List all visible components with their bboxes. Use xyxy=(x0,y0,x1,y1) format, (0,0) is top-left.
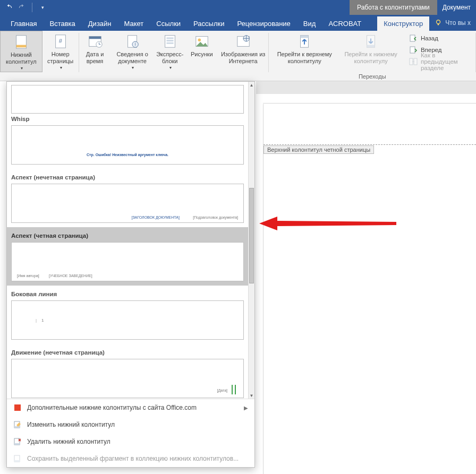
document-title: Документ xyxy=(437,0,476,15)
svg-rect-25 xyxy=(410,47,415,53)
edit-footer-button[interactable]: Изменить нижний колонтитул xyxy=(7,416,254,433)
gallery-preview-text: [УЧЕБНОЕ ЗАВЕДЕНИЕ] xyxy=(49,274,92,278)
redo-icon[interactable] xyxy=(17,3,27,12)
svg-text:#: # xyxy=(59,38,63,44)
previous-label: Назад xyxy=(421,35,438,41)
navigation-group-label: Переходы xyxy=(269,73,475,80)
tab-references[interactable]: Ссылки xyxy=(150,16,187,31)
svg-rect-34 xyxy=(14,460,20,462)
svg-text:i: i xyxy=(135,41,136,47)
more-from-office-button[interactable]: Дополнительные нижние колонтитулы с сайт… xyxy=(7,399,254,416)
tell-me-label: Что вы х xyxy=(445,19,471,27)
gallery-item-aspect-odd[interactable]: Аспект (нечетная страница) [ЗАГОЛОВОК ДО… xyxy=(7,169,248,227)
next-icon xyxy=(409,46,418,54)
gallery-footer: Дополнительные нижние колонтитулы с сайт… xyxy=(7,399,254,467)
edit-footer-icon xyxy=(13,420,22,429)
chevron-right-icon: ▶ xyxy=(244,405,248,411)
blocks-icon xyxy=(162,33,178,50)
gallery-item-label: Аспект (четная страница) xyxy=(11,232,244,239)
gallery-item-aspect-even[interactable]: Аспект (четная страница) [Имя автора] [У… xyxy=(7,227,248,286)
scroll-up-icon[interactable]: ▲ xyxy=(249,82,254,88)
page-number-button[interactable]: # Номер страницы▾ xyxy=(42,31,79,72)
remove-footer-label: Удалить нижний колонтитул xyxy=(27,438,110,445)
tab-view[interactable]: Вид xyxy=(297,16,322,31)
ribbon: Нижний колонтитул▾ # Номер страницы▾ Дат… xyxy=(0,31,476,81)
page-number-label: Номер страницы xyxy=(46,51,75,64)
tab-design[interactable]: Дизайн xyxy=(82,16,118,31)
goto-header-icon xyxy=(296,33,313,50)
doc-info-icon: i xyxy=(124,33,141,50)
footer-gallery-dropdown: Whisp Стр. Ошибка! Неизвестный аргумент … xyxy=(6,81,255,468)
doc-info-button[interactable]: i Сведения о документе▾ xyxy=(111,31,154,72)
gallery-item-whisp[interactable]: Whisp Стр. Ошибка! Неизвестный аргумент … xyxy=(7,82,248,169)
footer-label: Нижний колонтитул xyxy=(4,51,39,65)
goto-footer-label: Перейти к нижнему колонтитулу xyxy=(341,51,401,64)
save-selection-icon xyxy=(13,454,22,463)
ribbon-tabs: Главная Вставка Дизайн Макет Ссылки Расс… xyxy=(0,15,476,31)
goto-footer-button[interactable]: Перейти к нижнему колонтитулу xyxy=(338,31,404,72)
svg-rect-7 xyxy=(89,37,101,39)
gallery-item-label: Боковая линия xyxy=(11,291,244,297)
pictures-button[interactable]: Рисунки xyxy=(186,31,218,72)
svg-rect-21 xyxy=(301,36,309,38)
tab-acrobat[interactable]: ACROBAT xyxy=(322,16,368,31)
doc-info-label: Сведения о документе xyxy=(114,51,151,64)
date-time-button[interactable]: Дата и время xyxy=(79,31,111,72)
remove-footer-icon xyxy=(13,437,22,446)
gallery-preview-text: [Дата] xyxy=(217,389,227,392)
svg-rect-13 xyxy=(166,38,173,39)
svg-point-0 xyxy=(437,20,440,24)
calendar-icon xyxy=(87,33,104,50)
gallery-item-label: Движение (нечетная страница) xyxy=(11,349,244,356)
gallery-item-label: Аспект (нечетная страница) xyxy=(11,174,244,180)
lightbulb-icon xyxy=(435,19,442,27)
footer-button[interactable]: Нижний колонтитул▾ xyxy=(0,31,42,72)
save-selection-label: Сохранить выделенный фрагмент в коллекци… xyxy=(27,455,239,462)
gallery-preview-text: Стр. Ошибка! Неизвестный аргумент ключа. xyxy=(87,153,168,157)
svg-point-17 xyxy=(198,38,201,41)
express-blocks-button[interactable]: Экспресс-блоки▾ xyxy=(154,31,186,72)
qat-customize-icon[interactable]: ▾ xyxy=(38,3,47,12)
tab-insert[interactable]: Вставка xyxy=(43,16,81,31)
online-pictures-button[interactable]: Изображения из Интернета xyxy=(218,31,269,72)
svg-rect-15 xyxy=(166,42,173,44)
svg-marker-35 xyxy=(259,217,396,230)
scroll-down-icon[interactable]: ▼ xyxy=(249,392,254,399)
link-previous-label: Как в предыдущем разделе xyxy=(421,52,468,71)
tab-layout[interactable]: Макет xyxy=(118,16,150,31)
header-boundary xyxy=(264,144,476,145)
online-image-icon xyxy=(235,33,252,50)
title-bar: ▾ Работа с колонтитулами Документ xyxy=(0,0,476,15)
ruler-gap xyxy=(256,81,476,94)
scrollbar-thumb[interactable] xyxy=(249,188,254,283)
undo-icon[interactable] xyxy=(4,3,14,12)
tell-me-search[interactable]: Что вы х xyxy=(429,15,476,31)
previous-icon xyxy=(409,34,418,42)
green-accent-line xyxy=(232,385,233,394)
page-surface xyxy=(263,104,476,474)
save-selection-button: Сохранить выделенный фрагмент в коллекци… xyxy=(7,450,254,467)
svg-rect-32 xyxy=(14,443,20,445)
more-office-label: Дополнительные нижние колонтитулы с сайт… xyxy=(27,404,197,411)
annotation-arrow xyxy=(259,216,396,231)
gallery-item-motion-odd[interactable]: Движение (нечетная страница) [Дата] xyxy=(7,344,248,399)
previous-button[interactable]: Назад xyxy=(407,33,470,44)
express-blocks-label: Экспресс-блоки xyxy=(156,51,183,64)
svg-rect-28 xyxy=(14,404,21,411)
svg-rect-24 xyxy=(410,35,415,41)
header-section-tag: Верхний колонтитул четной страницы xyxy=(264,145,374,154)
goto-header-button[interactable]: Перейти к верхнему колонтитулу xyxy=(271,31,338,72)
gallery-item-sideline[interactable]: Боковая линия | 1 xyxy=(7,286,248,344)
tab-review[interactable]: Рецензирование xyxy=(231,16,296,31)
page-number-icon: # xyxy=(52,33,69,50)
tab-mailings[interactable]: Рассылки xyxy=(187,16,231,31)
tab-constructor[interactable]: Конструктор xyxy=(377,16,429,31)
gallery-scrollbar[interactable]: ▲ ▼ xyxy=(248,82,254,399)
gallery-preview-text: [Имя автора] xyxy=(17,274,39,278)
tab-home[interactable]: Главная xyxy=(4,16,43,31)
remove-footer-button[interactable]: Удалить нижний колонтитул xyxy=(7,433,254,450)
gallery-item-label: Whisp xyxy=(11,116,244,122)
date-time-label: Дата и время xyxy=(82,51,108,64)
svg-rect-3 xyxy=(16,45,26,48)
link-previous-button[interactable]: Как в предыдущем разделе xyxy=(407,56,470,67)
